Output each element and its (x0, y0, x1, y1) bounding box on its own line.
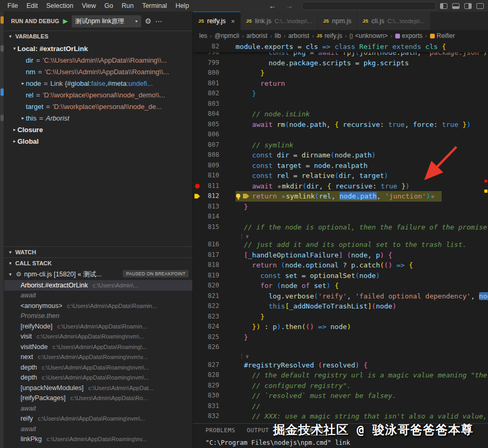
gear-icon[interactable]: ⚙ (145, 17, 152, 25)
code-editor[interactable]: 82module.exports = cls => class Reifier … (193, 42, 488, 448)
overview-ruler[interactable] (484, 42, 488, 448)
scope-Closure[interactable]: ▸Closure (4, 124, 192, 135)
code-line-802[interactable]: 802 } (193, 88, 488, 99)
code-line-805[interactable]: 805 await rm(node.path, { recursive: tru… (193, 120, 488, 130)
code-line-82[interactable]: 82module.exports = cls => class Reifier … (193, 42, 488, 52)
debug-config-select[interactable]: 测试npm link原理 ▾ (72, 15, 141, 27)
code-line-822[interactable]: 822 this[_addNodeToTrashList](node) (193, 301, 488, 312)
chevron-right-icon[interactable]: ▸ (20, 81, 26, 86)
glyph-margin[interactable] (193, 130, 201, 140)
watch-header[interactable]: ▾ WATCH (4, 246, 192, 257)
stack-frame-linkPkg[interactable]: linkPkgc:\Users\Admin\AppData\Roaming\nv… (4, 434, 192, 445)
glyph-margin[interactable] (193, 312, 201, 322)
code-line-807[interactable]: 807 // symlink (193, 140, 488, 151)
glyph-margin[interactable] (193, 240, 201, 250)
glyph-margin[interactable] (193, 260, 201, 271)
breadcrumb-item-arborist[interactable]: arborist (247, 32, 268, 39)
glyph-margin[interactable] (193, 58, 201, 68)
code-line-823[interactable]: 823 } (193, 312, 488, 322)
close-icon[interactable]: × (231, 17, 235, 25)
toggle-panel-icon[interactable] (452, 3, 460, 9)
variable-node[interactable]: ▸node=Link {#global: false, #meta: undef… (4, 77, 192, 89)
code-line-803[interactable]: 803 (193, 99, 488, 109)
glyph-margin[interactable] (193, 202, 201, 212)
code-line-825[interactable]: 825 } (193, 332, 488, 343)
stack-frame-reifyPackages[interactable]: [reifyPackages]c:\Users\Admin\AppData\Ro… (4, 393, 192, 404)
tab-cli.js[interactable]: JScli.jsC:\...\nodejs\... (357, 12, 431, 30)
debug-start-icon[interactable]: ▶ (63, 17, 67, 25)
code-line-821[interactable]: 821 log.verbose('reify', 'failed optiona… (193, 291, 488, 302)
breadcrumb-item-npmcli[interactable]: @npmcli (214, 32, 239, 39)
menu-help[interactable]: Help (171, 0, 193, 12)
code-line-831[interactable]: 831 // (193, 401, 488, 412)
code-line-815[interactable]: 815 // if the node is optional, then the… (193, 222, 488, 233)
glyph-margin[interactable] (193, 391, 201, 401)
breakpoint-icon[interactable] (195, 184, 200, 188)
code-line-826[interactable]: 826 (193, 342, 488, 353)
code-line-819[interactable]: 819 const set = optionalSet(node) (193, 271, 488, 281)
call-stack-session[interactable]: ▾ ⚙ npm-cli.js [15820] « 测试... PAUSED ON… (4, 268, 192, 280)
scope-Global[interactable]: ▸Global (4, 135, 192, 147)
stack-frame-visit[interactable]: visitc:\Users\Admin\AppData\Roaming\nvm\… (4, 332, 192, 342)
forward-icon[interactable]: → (281, 2, 298, 10)
chevron-right-icon[interactable]: ▸ (12, 127, 17, 132)
call-stack-header[interactable]: ▾ CALL STACK (4, 257, 192, 268)
glyph-margin[interactable] (193, 150, 201, 161)
menu-edit[interactable]: Edit (22, 0, 42, 12)
stack-frame-ArboristextractOrLink[interactable]: Arborist.#extractOrLinkc:\Users\Admin\..… (4, 280, 192, 291)
glyph-margin[interactable] (193, 342, 201, 353)
menu-file[interactable]: File (3, 0, 22, 12)
glyph-margin[interactable] (193, 88, 201, 99)
menu-terminal[interactable]: Terminal (138, 0, 171, 12)
code-line-814[interactable]: 814 (193, 212, 488, 222)
code-line-812[interactable]: 812 return ●symlink(rel, node.path, 'jun… (193, 191, 488, 202)
glyph-margin[interactable] (193, 191, 201, 202)
stack-frame-await[interactable]: await (4, 291, 192, 301)
code-line-811[interactable]: 811 await ●mkdir(dir, { recursive: true … (193, 181, 488, 192)
tab-link.js[interactable]: JSlink.jsC:\...\nodejs\... (241, 12, 318, 30)
glyph-margin[interactable] (193, 281, 201, 291)
breadcrumb-item-les[interactable]: les (199, 32, 207, 39)
glyph-margin[interactable] (193, 250, 201, 261)
variable-nm[interactable]: nm='C:\\Users\\Admin\\AppData\\Roaming\\… (4, 66, 192, 77)
code-line-830[interactable]: 830 // `resolved` must never be falsey. (193, 391, 488, 401)
code-line-824[interactable]: 824 }) : p).then(() => node) (193, 322, 488, 332)
code-line-828[interactable]: 828 // the default registry url is a mag… (193, 370, 488, 381)
menu-go[interactable]: Go (100, 0, 118, 12)
chevron-right-icon[interactable]: ▸ (12, 138, 17, 144)
glyph-margin[interactable] (193, 52, 201, 58)
glyph-margin[interactable] (193, 109, 201, 120)
tab-npm.js[interactable]: JSnpm.js (318, 12, 357, 30)
glyph-margin[interactable] (193, 140, 201, 151)
glyph-margin[interactable] (193, 120, 201, 130)
code-line-804[interactable]: 804 // node.isLink (193, 109, 488, 120)
glyph-margin[interactable] (193, 332, 201, 343)
code-line-799[interactable]: 799 node.package.scripts = pkg.scripts (193, 58, 488, 68)
panel-tab-output[interactable]: OUTPUT (247, 427, 269, 435)
scope-LocalextractOrLink[interactable]: ▾Local: #extractOrLink (4, 43, 192, 54)
code-line-810[interactable]: 810 const rel = relative(dir, target) (193, 171, 488, 181)
glyph-margin[interactable] (193, 171, 201, 181)
glyph-margin[interactable] (193, 360, 201, 371)
variable-target[interactable]: target='D:\\workplace\\personal\\node_de… (4, 101, 192, 112)
code-line-806[interactable]: 806 (193, 130, 488, 140)
glyph-margin[interactable] (193, 78, 201, 89)
toggle-sidebar-icon[interactable] (440, 3, 447, 9)
stack-frame-await[interactable]: await (4, 403, 192, 414)
glyph-margin[interactable] (193, 381, 201, 391)
code-line-809[interactable]: 809 const target = node.realpath (193, 161, 488, 171)
glyph-margin[interactable] (193, 401, 201, 412)
glyph-margin[interactable] (193, 212, 201, 222)
back-icon[interactable]: ← (264, 2, 281, 10)
code-line-798[interactable]: 798 const pkg = await rpj(join(node.path… (193, 52, 488, 58)
stack-frame-next[interactable]: nextc:\Users\Admin\AppData\Roaming\nvm\v… (4, 352, 192, 363)
stack-frame-reifyNode[interactable]: [reifyNode]c:\Users\Admin\AppData\Roamin… (4, 321, 192, 332)
stack-frame-await[interactable]: await (4, 424, 192, 434)
glyph-margin[interactable] (193, 181, 201, 192)
code-line-817[interactable]: 817 [_handleOptionalFailure] (node, p) { (193, 250, 488, 261)
code-line-816[interactable]: 816 // just add it and its optional set … (193, 240, 488, 250)
stack-frame-anonymous[interactable]: <anonymous>c:\Users\Admin\AppData\Roamin… (4, 301, 192, 311)
glyph-margin[interactable] (193, 291, 201, 302)
menu-selection[interactable]: Selection (42, 0, 77, 12)
stack-frame-Promisethen[interactable]: Promise.then (4, 311, 192, 322)
